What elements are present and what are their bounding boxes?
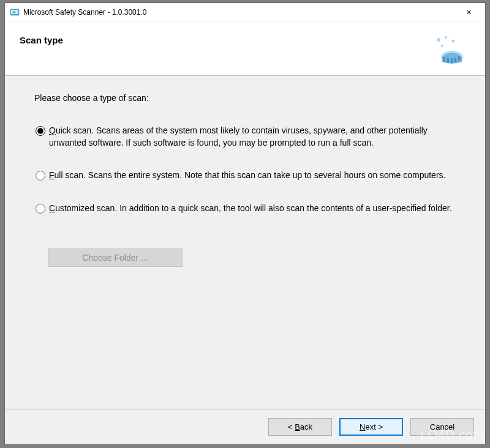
page-title: Scan type — [20, 35, 63, 45]
wizard-footer: < Back Next > Cancel — [5, 409, 485, 444]
radio-customized-scan[interactable]: Customized scan. In addition to a quick … — [36, 203, 456, 215]
svg-point-4 — [445, 36, 447, 39]
choose-folder-button: Choose Folder ... — [48, 248, 183, 267]
svg-point-2 — [13, 11, 15, 13]
next-button[interactable]: Next > — [339, 418, 403, 436]
radio-full-scan[interactable]: Full scan. Scans the entire system. Note… — [36, 170, 456, 182]
radio-full-scan-input[interactable] — [36, 171, 45, 181]
radio-quick-scan-label: Quick scan. Scans areas of the system mo… — [49, 125, 456, 149]
close-icon: × — [466, 7, 471, 17]
radio-customized-scan-input[interactable] — [36, 204, 45, 214]
radio-quick-scan-input[interactable] — [36, 126, 45, 136]
svg-point-5 — [452, 40, 455, 43]
dialog-window: Microsoft Safety Scanner - 1.0.3001.0 × … — [4, 2, 486, 445]
prompt-text: Please choose a type of scan: — [34, 93, 456, 103]
cancel-button[interactable]: Cancel — [410, 418, 474, 436]
svg-rect-11 — [454, 58, 456, 62]
radio-full-scan-label: Full scan. Scans the entire system. Note… — [49, 170, 445, 182]
svg-rect-12 — [458, 56, 460, 61]
choose-folder-wrap: Choose Folder ... — [48, 248, 456, 267]
svg-rect-8 — [443, 57, 445, 62]
app-icon — [10, 7, 20, 17]
svg-rect-10 — [451, 58, 453, 63]
radio-quick-scan[interactable]: Quick scan. Scans areas of the system mo… — [36, 125, 456, 149]
close-button[interactable]: × — [455, 4, 483, 21]
svg-point-3 — [437, 38, 440, 42]
wizard-content: Please choose a type of scan: Quick scan… — [5, 76, 485, 409]
svg-point-6 — [441, 45, 443, 47]
titlebar: Microsoft Safety Scanner - 1.0.3001.0 × — [5, 3, 485, 21]
radio-customized-scan-label: Customized scan. In addition to a quick … — [49, 203, 452, 215]
wizard-header: Scan type — [5, 21, 485, 75]
scanner-icon — [431, 32, 466, 67]
svg-rect-9 — [447, 58, 449, 63]
window-title: Microsoft Safety Scanner - 1.0.3001.0 — [23, 8, 455, 17]
scan-type-radio-group: Quick scan. Scans areas of the system mo… — [34, 125, 456, 214]
back-button[interactable]: < Back — [268, 418, 332, 436]
